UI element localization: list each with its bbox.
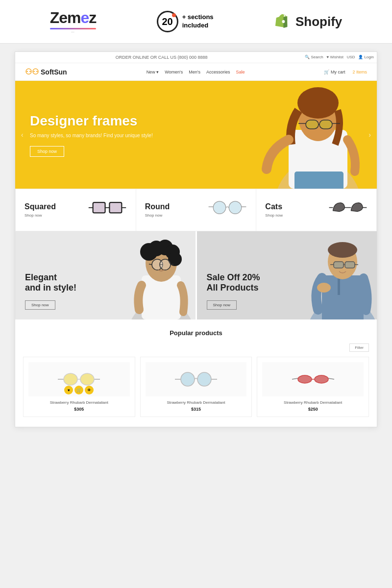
hero-arrow-right[interactable]: ›	[365, 127, 375, 143]
sections-number: 20	[162, 16, 173, 27]
hero-banner: ‹ Designer frames So many styles, so man…	[15, 81, 377, 189]
product-card-2: Strawberry Rhubarb Dermataliant $315	[140, 357, 252, 417]
category-item-squared: Squared Shop now	[16, 189, 136, 231]
topbar-actions: 🔍 Search ♥ Wishlist USD 👤 Login	[305, 55, 374, 59]
brand-bar: Zemez ⋯ 20 + sections included Shopify	[0, 0, 392, 44]
svg-line-33	[149, 264, 152, 265]
category-link-round[interactable]: Shop now	[145, 213, 170, 218]
product-card-3: Strawberry Rhubarb Dermataliant $250	[257, 357, 369, 417]
svg-rect-14	[109, 202, 122, 213]
product-card-1: ♥ 🛒 👁 Strawberry Rhubarb Dermataliant $3…	[23, 357, 135, 417]
logo-text: SoftSun	[41, 68, 67, 76]
promo-content-elegant: Elegantand in style! Shop now	[15, 263, 86, 319]
sections-line1: sections	[188, 13, 214, 21]
hero-content: Designer frames So many styles, so many …	[15, 98, 214, 172]
svg-rect-5	[306, 120, 318, 129]
hero-subtitle: So many styles, so many brands! Find you…	[30, 133, 199, 138]
sections-dot	[172, 13, 176, 17]
menu-item-womens[interactable]: Women's	[165, 70, 183, 74]
logo-glasses-icon: ⚇⚇	[25, 67, 39, 76]
hero-cta-button[interactable]: Shop now	[30, 146, 64, 157]
svg-point-40	[328, 242, 357, 258]
product-cart-btn[interactable]: 🛒	[74, 386, 83, 394]
cat-glasses-image	[328, 199, 368, 221]
shopify-icon	[274, 13, 292, 30]
cat-glasses-svg	[328, 199, 368, 217]
site-cart[interactable]: 🛒 My cart 2 Items	[324, 70, 367, 74]
zemes-text: Zemez	[50, 9, 97, 27]
category-title-round: Round	[145, 202, 170, 211]
site-menu: New ▾ Women's Men's Accessories Sale	[147, 70, 245, 74]
promo-model-elegant	[117, 231, 196, 319]
product-glasses-svg-3	[291, 366, 335, 393]
svg-point-55	[197, 372, 211, 386]
product-glasses-svg-2	[174, 366, 218, 393]
site-logo: ⚇⚇ SoftSun	[25, 67, 67, 76]
svg-point-59	[315, 375, 328, 383]
product-wishlist-btn[interactable]: ♥	[64, 386, 73, 394]
popular-title: Popular products	[23, 329, 369, 337]
promo-cta-elegant[interactable]: Shop now	[25, 300, 55, 310]
category-link-squared[interactable]: Shop now	[24, 213, 56, 218]
svg-point-49	[64, 373, 77, 385]
menu-item-accessories[interactable]: Accessories	[206, 70, 230, 74]
filter-button[interactable]: Filter	[349, 343, 369, 352]
site-topbar: ORDER ONLINE OR CALL US (800) 000 8888 🔍…	[15, 52, 377, 63]
product-image-3	[262, 362, 364, 396]
svg-rect-13	[93, 202, 105, 213]
promo-model-sale	[298, 231, 377, 319]
menu-item-new[interactable]: New ▾	[147, 70, 159, 74]
category-item-round: Round Shop now	[136, 189, 257, 231]
popular-section: Popular products Filter ♥	[15, 319, 377, 427]
product-price-1: $305	[28, 407, 130, 412]
hero-arrow-left[interactable]: ‹	[17, 127, 27, 143]
category-info-squared: Squared Shop now	[24, 202, 56, 218]
category-link-cats[interactable]: Shop now	[265, 213, 283, 218]
hero-title: Designer frames	[30, 113, 199, 129]
svg-line-56	[292, 378, 298, 379]
hero-model-svg	[240, 81, 377, 189]
product-image-2	[146, 362, 247, 396]
product-price-2: $315	[146, 407, 247, 412]
zemes-underline	[50, 28, 97, 29]
category-info-round: Round Shop now	[145, 202, 170, 218]
svg-point-4	[297, 87, 339, 119]
svg-line-57	[328, 378, 334, 379]
svg-rect-37	[322, 275, 364, 319]
topbar-text: ORDER ONLINE OR CALL US (800) 000 8888	[116, 55, 208, 60]
product-name-3: Strawberry Rhubarb Dermataliant	[262, 400, 364, 405]
svg-point-58	[298, 375, 312, 383]
category-info-cats: Cats Shop now	[265, 202, 283, 218]
product-name-1: Strawberry Rhubarb Dermataliant	[28, 400, 130, 405]
zemes-dots: ⋯	[50, 30, 97, 34]
svg-point-54	[181, 372, 195, 386]
category-title-cats: Cats	[265, 202, 283, 211]
promo-title-elegant: Elegantand in style!	[25, 272, 76, 294]
product-actions-1: ♥ 🛒 👁	[64, 386, 94, 394]
svg-point-19	[229, 201, 242, 214]
hero-model-figure	[210, 81, 377, 189]
round-glasses-image	[208, 199, 247, 221]
squared-glasses-svg	[88, 199, 127, 219]
promo-title-sale: Sale Off 20%All Products	[207, 272, 260, 294]
product-view-btn[interactable]: 👁	[85, 386, 94, 394]
category-section: Squared Shop now Round	[15, 189, 377, 231]
category-title-squared: Squared	[24, 202, 56, 211]
product-image-1: ♥ 🛒 👁	[28, 362, 130, 396]
product-name-2: Strawberry Rhubarb Dermataliant	[146, 400, 247, 405]
round-glasses-svg	[208, 199, 247, 217]
promo-cta-sale[interactable]: Shop now	[207, 300, 237, 310]
sections-circle: 20	[157, 11, 178, 32]
squared-glasses-image	[88, 199, 127, 221]
svg-point-0	[282, 20, 285, 23]
menu-item-sale[interactable]: Sale	[236, 70, 245, 74]
svg-rect-10	[294, 172, 343, 189]
promo-content-sale: Sale Off 20%All Products Shop now	[197, 263, 270, 319]
sections-plus: +	[182, 13, 186, 21]
category-item-cats: Cats Shop now	[256, 189, 376, 231]
svg-point-18	[214, 201, 226, 214]
svg-point-46	[317, 283, 331, 293]
sections-line2: included	[182, 22, 208, 29]
menu-item-mens[interactable]: Men's	[189, 70, 200, 74]
zemes-accent: e	[80, 9, 89, 26]
